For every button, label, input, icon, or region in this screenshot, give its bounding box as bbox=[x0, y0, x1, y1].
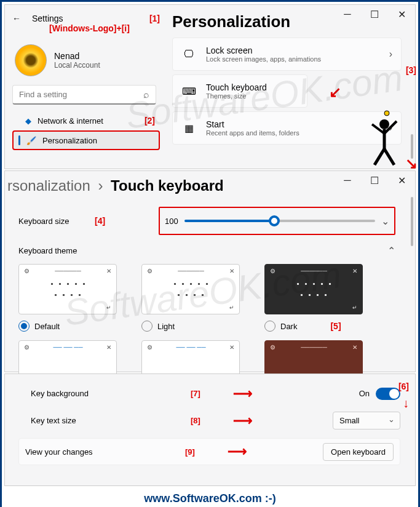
stick-figure-illustration bbox=[366, 106, 403, 167]
radio-light[interactable] bbox=[141, 321, 153, 332]
keyboard-icon: ⌨ bbox=[181, 86, 196, 97]
settings-label: Settings bbox=[32, 14, 63, 23]
keyboard-size-slider[interactable] bbox=[184, 220, 375, 222]
radio-dark[interactable] bbox=[264, 321, 275, 332]
annotation-9: [9] bbox=[185, 447, 210, 457]
arrow-right-red: ⟶ bbox=[215, 386, 271, 402]
select-value: Small bbox=[339, 416, 360, 425]
card-title: Lock screen bbox=[206, 46, 321, 55]
svg-point-0 bbox=[384, 111, 389, 116]
view-changes-label: View your changes bbox=[25, 447, 185, 457]
user-name: Nenad bbox=[54, 51, 100, 61]
personalization-icon: 🖌️ bbox=[26, 136, 36, 145]
theme-label: Default bbox=[34, 322, 60, 331]
sidebar-item-label: Personalization bbox=[42, 136, 97, 145]
chevron-up-icon[interactable]: ⌃ bbox=[159, 245, 395, 257]
annotation-2: [2] bbox=[145, 116, 155, 126]
keyboard-theme-label: Keyboard theme bbox=[18, 246, 159, 255]
theme-label: Dark bbox=[280, 322, 297, 331]
annotation-5: [5] bbox=[330, 321, 341, 331]
annotation-4: [4] bbox=[95, 216, 105, 226]
radio-default[interactable] bbox=[18, 321, 30, 332]
user-account-type: Local Account bbox=[54, 61, 100, 70]
chevron-right-icon: › bbox=[389, 49, 392, 60]
breadcrumb-parent[interactable]: rsonalization bbox=[7, 177, 90, 194]
avatar[interactable] bbox=[15, 44, 47, 76]
sidebar-item-label: Network & internet bbox=[38, 116, 103, 126]
svg-line-5 bbox=[374, 149, 384, 165]
arrow-left-red: ↙ bbox=[329, 84, 341, 101]
svg-line-6 bbox=[384, 149, 394, 165]
arrow-down-red: ↘ bbox=[405, 155, 418, 172]
annotation-6: [6] bbox=[398, 381, 409, 391]
search-input[interactable] bbox=[19, 90, 143, 99]
toggle-state: On bbox=[359, 389, 370, 398]
card-subtitle: Themes, size bbox=[206, 92, 267, 100]
annotation-1b: [Windows-Logo]+[i] bbox=[49, 23, 160, 33]
slider-thumb[interactable] bbox=[269, 215, 280, 226]
keyboard-size-label: Keyboard size bbox=[18, 217, 69, 226]
svg-point-1 bbox=[379, 119, 389, 129]
keyboard-size-row: 100 ⌄ bbox=[159, 207, 395, 235]
key-background-toggle[interactable] bbox=[376, 388, 400, 400]
search-input-wrap: ⌕ bbox=[12, 85, 156, 105]
card-subtitle: Recent apps and items, folders bbox=[206, 129, 299, 137]
card-subtitle: Lock screen images, apps, animations bbox=[206, 55, 321, 63]
page-title: Personalization bbox=[172, 12, 402, 31]
arrow-right-red: ⟶ bbox=[210, 444, 265, 460]
annotation-1: [1] bbox=[149, 14, 160, 23]
breadcrumb-sep: › bbox=[98, 177, 103, 194]
close-button[interactable]: ✕ bbox=[388, 171, 415, 190]
card-title: Start bbox=[206, 119, 299, 129]
maximize-button[interactable]: ☐ bbox=[361, 171, 388, 190]
network-icon: ◆ bbox=[25, 116, 31, 126]
card-touch-keyboard[interactable]: ⌨ Touch keyboard Themes, size bbox=[172, 74, 307, 108]
back-icon[interactable]: ← bbox=[12, 14, 21, 23]
nav-selection-bar bbox=[18, 135, 20, 145]
sidebar-item-personalization[interactable]: 🖌️ Personalization bbox=[12, 130, 160, 150]
sidebar-item-network[interactable]: ◆ Network & internet [2] bbox=[12, 112, 160, 129]
breadcrumb-current: Touch keyboard bbox=[111, 177, 224, 194]
footer-url: www.SoftwareOK.com :-) bbox=[4, 487, 416, 507]
key-text-size-select[interactable]: Small bbox=[333, 412, 400, 429]
annotation-8: [8] bbox=[191, 416, 215, 425]
start-icon: ▦ bbox=[181, 122, 196, 134]
key-text-size-label: Key text size bbox=[18, 416, 191, 425]
slider-value: 100 bbox=[165, 217, 178, 226]
search-icon[interactable]: ⌕ bbox=[143, 89, 149, 100]
annotation-7: [7] bbox=[191, 389, 215, 398]
arrow-right-red: ⟶ bbox=[215, 413, 271, 429]
open-keyboard-button[interactable]: Open keyboard bbox=[323, 443, 394, 461]
theme-dark[interactable]: ⚙──────✕ ↵ Dark [5] bbox=[264, 264, 363, 332]
lock-screen-icon: 🖵 bbox=[181, 49, 196, 60]
minimize-button[interactable]: ─ bbox=[334, 171, 361, 190]
card-title: Touch keyboard bbox=[206, 82, 267, 92]
annotation-3: [3] bbox=[406, 65, 416, 75]
chevron-down-icon[interactable]: ⌄ bbox=[381, 215, 389, 227]
scrollbar-thumb[interactable] bbox=[411, 197, 413, 246]
theme-label: Light bbox=[157, 322, 175, 331]
theme-default[interactable]: ⚙──────✕ ↵ Default bbox=[18, 264, 117, 332]
theme-light[interactable]: ⚙──────✕ ↵ Light bbox=[141, 264, 240, 332]
card-lock-screen[interactable]: 🖵 Lock screen Lock screen images, apps, … bbox=[172, 38, 402, 71]
arrow-down-red: ↓ bbox=[403, 396, 409, 410]
key-background-label: Key background bbox=[18, 389, 191, 398]
